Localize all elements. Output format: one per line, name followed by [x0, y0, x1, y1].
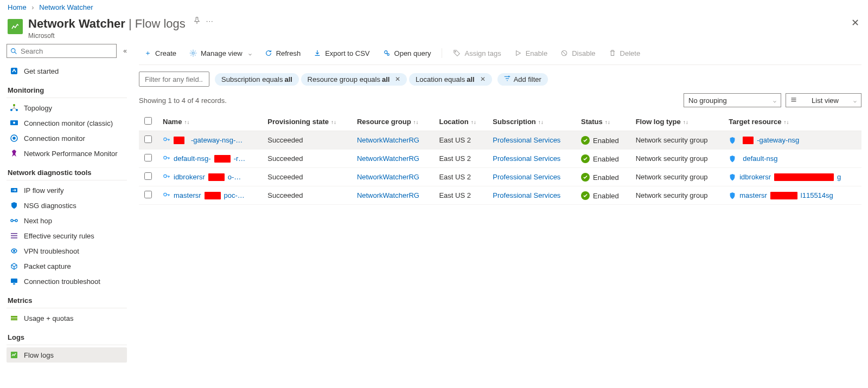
cell-rg[interactable]: NetworkWatcherRG — [352, 150, 434, 168]
filter-pill[interactable]: Resource group equals all✕ — [301, 73, 407, 86]
table-row[interactable]: idbrokersro-… Succeeded NetworkWatcherRG… — [139, 168, 861, 186]
record-info-row: Showing 1 to 4 of 4 records. No grouping… — [139, 92, 861, 113]
sidebar-item-eff-sec[interactable]: Effective security rules — [7, 228, 127, 243]
breadcrumb-parent[interactable]: Network Watcher — [39, 3, 93, 11]
cell-name[interactable]: mastersrpoc-… — [157, 186, 262, 205]
breadcrumb-home[interactable]: Home — [8, 3, 27, 11]
sidebar-item-conn-mon[interactable]: Connection monitor — [7, 131, 127, 146]
table-row[interactable]: -gateway-nsg-… Succeeded NetworkWatcherR… — [139, 131, 861, 150]
col-type[interactable]: Flow log type↑↓ — [630, 113, 724, 131]
assign-tags-button: Assign tags — [448, 47, 506, 60]
cell-target[interactable]: -gateway-nsg — [723, 131, 861, 150]
svg-point-6 — [13, 122, 15, 124]
manage-view-button[interactable]: Manage view⌵ — [184, 47, 257, 60]
sidebar-item-flow-logs[interactable]: Flow logs — [7, 347, 127, 363]
sidebar-item-next-hop[interactable]: Next hop — [7, 213, 127, 228]
sidebar-item-get-started[interactable]: Get started — [7, 63, 127, 79]
sidebar-item-vpn-ts[interactable]: VPN troubleshoot — [7, 243, 127, 258]
pkt-cap-icon — [10, 262, 18, 270]
cell-status: Enabled — [576, 131, 630, 150]
next-hop-icon — [10, 216, 18, 225]
sidebar: « Get startedMonitoringTopologyConnectio… — [0, 44, 132, 373]
sidebar-item-label: Connection monitor (classic) — [24, 119, 113, 127]
query-icon — [383, 49, 391, 57]
sidebar-search-input[interactable] — [21, 47, 113, 55]
cell-name[interactable]: idbrokersro-… — [157, 168, 262, 186]
sidebar-item-ip-flow[interactable]: IP flow verify — [7, 183, 127, 198]
sidebar-item-topology[interactable]: Topology — [7, 100, 127, 115]
more-icon[interactable]: ··· — [206, 17, 214, 25]
col-loc[interactable]: Location↑↓ — [433, 113, 487, 131]
cell-sub[interactable]: Professional Services — [487, 168, 576, 186]
service-tile-icon — [8, 19, 23, 34]
row-checkbox[interactable] — [144, 172, 152, 180]
status-ok-icon — [581, 154, 590, 163]
row-checkbox[interactable] — [144, 191, 152, 198]
create-button[interactable]: ＋Create — [139, 46, 182, 60]
cell-target[interactable]: mastersrl115514sg — [723, 186, 861, 205]
table-row[interactable]: mastersrpoc-… Succeeded NetworkWatcherRG… — [139, 186, 861, 205]
sidebar-item-label: Get started — [24, 67, 59, 75]
grouping-dropdown[interactable]: No grouping⌵ — [684, 93, 781, 107]
chevron-down-icon: ⌵ — [853, 98, 857, 104]
row-checkbox[interactable] — [144, 135, 152, 143]
cell-target[interactable]: default-nsg — [723, 150, 861, 168]
sidebar-item-label: Effective security rules — [24, 232, 94, 240]
col-prov[interactable]: Provisioning state↑↓ — [262, 113, 352, 131]
sidebar-item-npm[interactable]: Network Performance Monitor — [7, 146, 127, 161]
collapse-sidebar-icon[interactable]: « — [123, 47, 127, 55]
add-filter-icon — [504, 75, 510, 83]
plus-icon: ＋ — [144, 48, 151, 58]
cell-rg[interactable]: NetworkWatcherRG — [352, 186, 434, 205]
sidebar-item-conn-mon-classic[interactable]: Connection monitor (classic) — [7, 115, 127, 131]
cell-rg[interactable]: NetworkWatcherRG — [352, 168, 434, 186]
flow-log-key-icon — [163, 172, 170, 182]
refresh-icon — [265, 49, 272, 57]
section-head: Metrics — [7, 289, 127, 308]
sidebar-item-label: NSG diagnostics — [24, 202, 76, 210]
open-query-button[interactable]: Open query — [378, 47, 437, 60]
ip-flow-icon — [10, 186, 18, 195]
refresh-button[interactable]: Refresh — [259, 47, 307, 60]
table-row[interactable]: default-nsg--r… Succeeded NetworkWatcher… — [139, 150, 861, 168]
sidebar-item-nsg-diag[interactable]: NSG diagnostics — [7, 198, 127, 213]
sidebar-item-label: Usage + quotas — [24, 314, 73, 322]
svg-point-21 — [164, 138, 167, 140]
add-filter-button[interactable]: Add filter — [497, 73, 548, 86]
svg-point-18 — [387, 54, 389, 56]
sidebar-item-pkt-cap[interactable]: Packet capture — [7, 258, 127, 274]
view-dropdown[interactable]: List view⌵ — [786, 93, 861, 107]
filter-pill[interactable]: Location equals all✕ — [409, 73, 492, 86]
sidebar-search[interactable] — [7, 44, 117, 58]
col-name[interactable]: Name↑↓ — [157, 113, 262, 131]
flow-logs-icon — [10, 351, 18, 359]
col-status[interactable]: Status↑↓ — [576, 113, 630, 131]
col-target[interactable]: Target resource↑↓ — [723, 113, 861, 131]
pin-icon[interactable] — [193, 17, 201, 26]
conn-mon-classic-icon — [10, 119, 18, 127]
cell-target[interactable]: idbrokersrg — [723, 168, 861, 186]
cell-sub[interactable]: Professional Services — [487, 150, 576, 168]
filter-pill-close-icon[interactable]: ✕ — [395, 75, 400, 83]
cell-name[interactable]: -gateway-nsg-… — [157, 131, 262, 150]
sidebar-item-conn-ts[interactable]: Connection troubleshoot — [7, 274, 127, 289]
filter-pill[interactable]: Subscription equals all — [215, 73, 299, 86]
close-icon[interactable]: ✕ — [851, 17, 859, 29]
cell-sub[interactable]: Professional Services — [487, 186, 576, 205]
sidebar-item-usage[interactable]: Usage + quotas — [7, 311, 127, 326]
filter-text-input[interactable] — [139, 72, 209, 87]
cell-sub[interactable]: Professional Services — [487, 131, 576, 150]
col-sub[interactable]: Subscription↑↓ — [487, 113, 576, 131]
col-rg[interactable]: Resource group↑↓ — [352, 113, 434, 131]
select-all-checkbox[interactable] — [144, 117, 152, 125]
row-checkbox[interactable] — [144, 154, 152, 161]
export-csv-button[interactable]: Export to CSV — [308, 47, 375, 60]
tag-icon — [453, 49, 461, 57]
delete-button: Delete — [603, 47, 646, 60]
cell-rg[interactable]: NetworkWatcherRG — [352, 131, 434, 150]
cell-name[interactable]: default-nsg--r… — [157, 150, 262, 168]
cell-prov: Succeeded — [262, 150, 352, 168]
disable-button: Disable — [555, 47, 601, 60]
filter-pill-close-icon[interactable]: ✕ — [480, 75, 486, 83]
select-all-column[interactable] — [139, 113, 157, 131]
